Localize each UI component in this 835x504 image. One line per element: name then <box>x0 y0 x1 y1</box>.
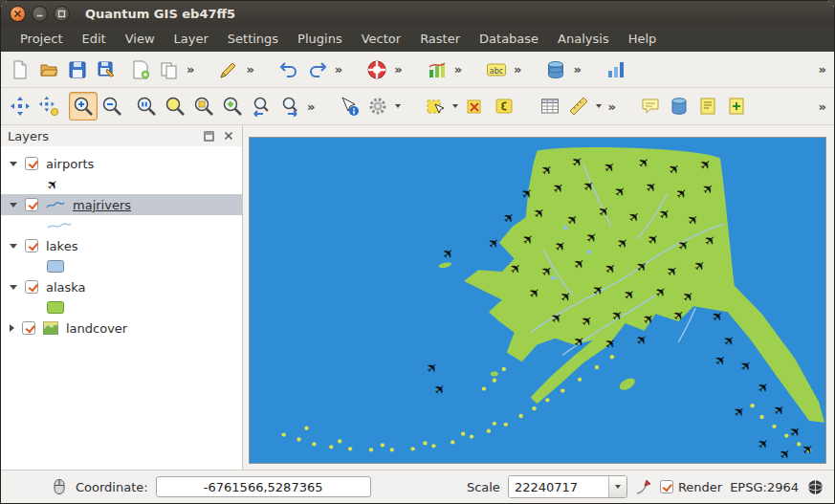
menu-database[interactable]: Database <box>470 28 548 50</box>
toolbar-overflow-chevron[interactable]: » <box>391 62 405 77</box>
menu-vector[interactable]: Vector <box>352 28 410 50</box>
coordinate-input[interactable] <box>156 476 371 497</box>
crs-status-icon[interactable] <box>806 478 824 496</box>
identify-features-button[interactable] <box>335 92 363 121</box>
pan-map-button[interactable] <box>6 92 34 121</box>
airplane-symbol: ✈ <box>44 175 61 192</box>
toolbar-overflow-chevron[interactable]: » <box>511 62 524 77</box>
alaska-swatch-row <box>1 297 242 318</box>
help-contents-button[interactable] <box>363 55 391 84</box>
statusbar: Coordinate: Scale Render EPSG:2964 <box>1 470 834 503</box>
save-as-icon <box>96 59 117 80</box>
zoom-actual-size-button[interactable] <box>132 92 161 121</box>
deselect-features-button[interactable] <box>461 92 490 121</box>
menu-plugins[interactable]: Plugins <box>288 28 352 50</box>
expander-icon[interactable] <box>10 244 17 249</box>
menu-layer[interactable]: Layer <box>165 28 218 50</box>
composer-manager-button[interactable] <box>155 55 184 84</box>
layer-item-majrivers[interactable]: majrivers <box>1 194 242 215</box>
menu-edit[interactable]: Edit <box>72 28 115 50</box>
map-tips-button[interactable] <box>636 92 665 121</box>
measure-dropdown-caret[interactable] <box>596 104 602 108</box>
database-manager-button[interactable] <box>541 55 570 84</box>
select-features-button[interactable] <box>421 92 450 121</box>
menu-analysis[interactable]: Analysis <box>548 28 619 50</box>
toolbar-overflow-chevron[interactable]: » <box>816 62 829 77</box>
window-close-button[interactable] <box>10 6 26 22</box>
layer-checkbox[interactable] <box>25 239 38 252</box>
layer-item-lakes[interactable]: lakes <box>1 235 242 256</box>
render-checkbox[interactable] <box>660 480 673 493</box>
zoom-full-button[interactable] <box>161 92 189 121</box>
toolbar-overflow-chevron[interactable]: » <box>332 62 345 77</box>
measure-line-button[interactable] <box>564 92 593 121</box>
statistics-button[interactable] <box>602 55 630 84</box>
text-annotation-button[interactable] <box>693 92 722 121</box>
menu-settings[interactable]: Settings <box>218 28 288 50</box>
lakes-swatch-row <box>1 256 242 276</box>
expander-icon[interactable] <box>10 162 17 166</box>
close-panel-button[interactable] <box>221 129 235 143</box>
layer-label: alaska <box>46 280 86 295</box>
toolbar-overflow-chevron[interactable]: » <box>604 99 618 114</box>
layer-checkbox[interactable] <box>25 198 38 211</box>
undo-button[interactable] <box>275 55 303 84</box>
scale-dropdown-button[interactable] <box>608 476 626 497</box>
menu-view[interactable]: View <box>116 28 165 50</box>
bookmark-icon <box>726 96 747 117</box>
menu-help[interactable]: Help <box>619 28 667 50</box>
zoom-out-button[interactable] <box>98 92 126 121</box>
toolbar-overflow-chevron[interactable]: » <box>243 62 256 77</box>
expander-icon[interactable] <box>10 324 14 332</box>
zoom-in-button[interactable] <box>69 92 98 121</box>
toolbar-overflow-chevron[interactable]: » <box>304 99 318 114</box>
zoom-next-button[interactable] <box>275 92 304 121</box>
new-bookmark-button[interactable] <box>722 92 751 121</box>
render-toggle[interactable]: Render <box>660 480 722 494</box>
toolbar-overflow-chevron[interactable]: » <box>816 99 829 114</box>
save-project-button[interactable] <box>63 55 92 84</box>
graph-button[interactable] <box>423 55 451 84</box>
select-by-expression-button[interactable] <box>490 92 518 121</box>
open-project-button[interactable] <box>34 55 63 84</box>
float-panel-button[interactable] <box>202 129 216 143</box>
menu-project[interactable]: Project <box>11 28 72 50</box>
digitize-button[interactable] <box>214 55 243 84</box>
layer-item-landcover[interactable]: landcover <box>1 318 242 339</box>
expander-icon[interactable] <box>10 285 17 290</box>
zoom-to-layer-button[interactable] <box>218 92 247 121</box>
stop-rendering-icon[interactable] <box>635 478 652 495</box>
scale-input[interactable] <box>509 476 608 497</box>
window-maximize-button[interactable] <box>54 6 70 22</box>
layer-checkbox[interactable] <box>25 157 38 170</box>
mouse-coordinate-icon[interactable] <box>51 478 68 495</box>
zoom-to-selection-button[interactable] <box>189 92 218 121</box>
layer-checkbox[interactable] <box>22 321 35 335</box>
menu-raster[interactable]: Raster <box>410 28 470 50</box>
new-print-composer-button[interactable] <box>126 55 155 84</box>
expander-icon[interactable] <box>10 203 17 208</box>
select-dropdown-caret[interactable] <box>452 104 458 108</box>
toolbar-overflow-chevron[interactable]: » <box>184 62 197 77</box>
zoom-full-icon <box>165 96 186 117</box>
minimize-icon <box>35 10 44 18</box>
new-project-button[interactable] <box>6 55 34 84</box>
toolbar-overflow-chevron[interactable]: » <box>451 62 465 77</box>
zoom-last-button[interactable] <box>247 92 275 121</box>
actions-dropdown-caret[interactable] <box>395 104 401 108</box>
lakes-swatch <box>47 260 64 273</box>
open-attribute-table-button[interactable] <box>536 92 564 121</box>
layer-item-alaska[interactable]: alaska <box>1 276 242 297</box>
layer-checkbox[interactable] <box>25 280 38 294</box>
layer-item-airports[interactable]: airports <box>1 153 242 174</box>
actions-button[interactable] <box>363 92 392 121</box>
window-minimize-button[interactable] <box>32 6 48 22</box>
save-project-as-button[interactable] <box>92 55 121 84</box>
labeling-button[interactable]: abc <box>482 55 511 84</box>
database-button[interactable] <box>665 92 693 121</box>
redo-button[interactable] <box>303 55 332 84</box>
window-title: Quantum GIS eb47ff5 <box>85 7 235 21</box>
pan-to-selection-button[interactable] <box>34 92 63 121</box>
toolbar-overflow-chevron[interactable]: » <box>570 62 583 77</box>
map-canvas[interactable]: ✈✈✈✈✈✈✈✈✈✈✈✈✈✈✈✈✈✈✈✈✈✈✈✈✈✈✈✈✈✈✈✈✈✈✈✈✈✈✈✈… <box>249 137 826 464</box>
